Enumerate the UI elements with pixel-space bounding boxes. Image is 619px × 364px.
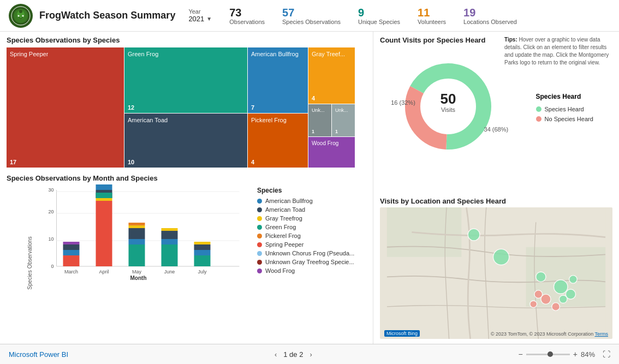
terms-link[interactable]: Terms (595, 331, 609, 337)
zoom-in-icon[interactable]: + (573, 350, 578, 359)
svg-rect-28 (129, 228, 145, 239)
svg-rect-38 (194, 250, 211, 255)
american-toad-value: 10 (128, 159, 134, 165)
bullfrog-value: 7 (251, 104, 254, 111)
treemap-section: Species Observations by Species Spring P… (0, 32, 373, 170)
count-visits-section: Count Visits por Species Heard Tips: Hov… (373, 32, 619, 193)
unk2-value: 1 (335, 129, 338, 134)
svg-rect-16 (63, 250, 80, 255)
legend-item-pickerel: Pickerel Frog (257, 232, 366, 239)
bullfrog-label: American Bullfrog (251, 51, 299, 57)
chart-area: Species Observations 0 10 20 30 (7, 184, 366, 341)
unk1-value: 1 (312, 129, 314, 134)
gray-treefrog-label: Gray Treef... (312, 51, 345, 57)
svg-rect-30 (129, 223, 145, 225)
legend-label-unk-gray: Unknown Gray Treefrog Specie... (265, 259, 354, 265)
green-frog-value: 12 (128, 104, 134, 111)
svg-rect-24 (96, 193, 112, 198)
treemap-cell-unk2[interactable]: Unk... 1 (332, 104, 355, 136)
donut-legend-title: Species Heard (536, 93, 593, 100)
legend-label-bullfrog: American Bullfrog (265, 198, 313, 204)
svg-rect-17 (63, 244, 80, 250)
svg-text:50: 50 (441, 91, 456, 107)
legend-label-graytree: Gray Treefrog (265, 215, 302, 222)
svg-point-51 (468, 229, 480, 241)
treemap-cell-wood-frog[interactable]: Wood Frog (308, 137, 355, 168)
year-label: Year (188, 8, 212, 15)
svg-text:0: 0 (51, 264, 53, 269)
year-select[interactable]: Year 2021 ▼ (188, 8, 212, 23)
next-page-button[interactable]: › (307, 349, 314, 360)
no-species-heard-dot (536, 116, 541, 122)
volunteers-number: 11 (418, 7, 446, 19)
svg-point-60 (530, 301, 537, 308)
donut-label-34pct: 34 (68%) (484, 126, 509, 133)
svg-text:20: 20 (48, 209, 53, 214)
bar-chart-svg: 0 10 20 30 (17, 184, 259, 280)
map-title: Visits by Location and Species Heard (380, 197, 612, 205)
fullscreen-icon[interactable]: ⛶ (603, 350, 610, 359)
locations-label: Locations Observed (463, 19, 517, 25)
zoom-thumb (547, 351, 553, 357)
pickerel-frog-label: Pickerel Frog (251, 117, 287, 123)
svg-rect-29 (129, 225, 145, 228)
svg-rect-39 (194, 244, 211, 250)
treemap-cell-american-toad[interactable]: American Toad 10 (124, 114, 247, 168)
powerbi-link[interactable]: Microsoft Power BI (9, 350, 68, 359)
map-container[interactable]: Microsoft Bing © 2023 TomTom, © 2023 Mic… (380, 207, 612, 339)
species-obs-number: 57 (282, 7, 341, 19)
tips-box: Tips: Hover over a graphic to view data … (504, 36, 614, 67)
species-heard-item: Species Heard (536, 106, 593, 112)
legend-label-unk-chorus: Unknown Chorus Frog (Pseuda... (265, 250, 354, 256)
unique-species-label: Unique Species (358, 19, 400, 25)
prev-page-button[interactable]: ‹ (272, 349, 279, 360)
svg-text:30: 30 (48, 187, 53, 193)
donut-chart[interactable]: 50 Visits (399, 57, 497, 156)
logo[interactable] (9, 4, 33, 28)
treemap-cell-gray-treefrog[interactable]: Gray Treef... 4 (308, 47, 355, 104)
svg-rect-49 (387, 207, 461, 257)
chart-title: Species Observations by Month and Specie… (7, 174, 366, 182)
zoom-level: 84% (581, 350, 595, 359)
american-toad-label: American Toad (128, 117, 168, 123)
zoom-out-icon[interactable]: − (519, 350, 523, 359)
spring-peeper-label: Spring Peeper (10, 51, 48, 57)
legend-item-unk-chorus: Unknown Chorus Frog (Pseuda... (257, 250, 366, 256)
legend-label-pickerel: Pickerel Frog (265, 232, 301, 239)
legend-item-graytree: Gray Treefrog (257, 215, 366, 222)
svg-point-53 (536, 272, 546, 282)
svg-rect-15 (63, 255, 80, 266)
legend-label-greenfrog: Green Frog (265, 224, 296, 230)
treemap[interactable]: Spring Peeper 17 Green Frog 12 American … (7, 47, 366, 168)
stat-locations: 19 Locations Observed (463, 7, 517, 25)
zoom-bar: − + 84% ⛶ (519, 350, 610, 359)
donut-container: 16 (32%) 50 Visits 34 (68%) (399, 57, 497, 158)
volunteers-label: Volunteers (418, 19, 446, 25)
map-terms: © 2023 TomTom, © 2023 Microsoft Corporat… (491, 331, 608, 337)
species-heard-label: Species Heard (545, 106, 584, 112)
zoom-slider[interactable] (526, 354, 570, 355)
svg-point-3 (19, 10, 22, 13)
svg-point-4 (18, 15, 20, 16)
treemap-cell-spring-peeper[interactable]: Spring Peeper 17 (7, 47, 124, 168)
y-axis-label: Species Observations (27, 236, 33, 289)
treemap-cell-unk1[interactable]: Unk... 1 (308, 104, 331, 136)
svg-text:May: May (132, 269, 142, 275)
page-title: FrogWatch Season Summary (39, 10, 175, 21)
species-obs-label: Species Observations (282, 19, 341, 25)
year-dropdown[interactable]: 2021 ▼ (188, 15, 212, 23)
svg-rect-18 (63, 242, 80, 244)
tips-text: Hover over a graphic to view data detail… (504, 37, 609, 65)
svg-rect-33 (162, 239, 178, 244)
svg-rect-27 (129, 239, 145, 244)
stat-unique-species: 9 Unique Species (358, 7, 400, 25)
treemap-unknown-row: Unk... 1 Unk... 1 (308, 104, 355, 136)
treemap-cell-bullfrog[interactable]: American Bullfrog 7 (248, 47, 308, 113)
svg-point-61 (534, 290, 543, 299)
legend-label-amtoad: American Toad (265, 206, 305, 213)
legend-title: Species (257, 187, 366, 194)
treemap-cell-green-frog[interactable]: Green Frog 12 (124, 47, 247, 113)
green-frog-label: Green Frog (128, 51, 158, 57)
treemap-cell-pickerel-frog[interactable]: Pickerel Frog 4 (248, 114, 308, 168)
svg-rect-40 (194, 242, 211, 244)
